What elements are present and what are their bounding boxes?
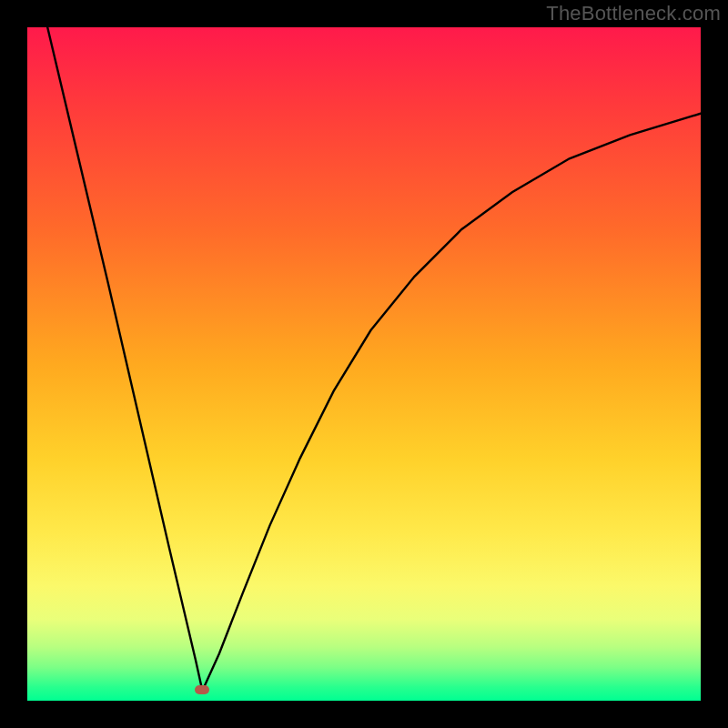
plot-gradient-area xyxy=(27,27,701,701)
watermark-text: TheBottleneck.com xyxy=(546,2,721,25)
chart-container: TheBottleneck.com xyxy=(0,0,728,728)
